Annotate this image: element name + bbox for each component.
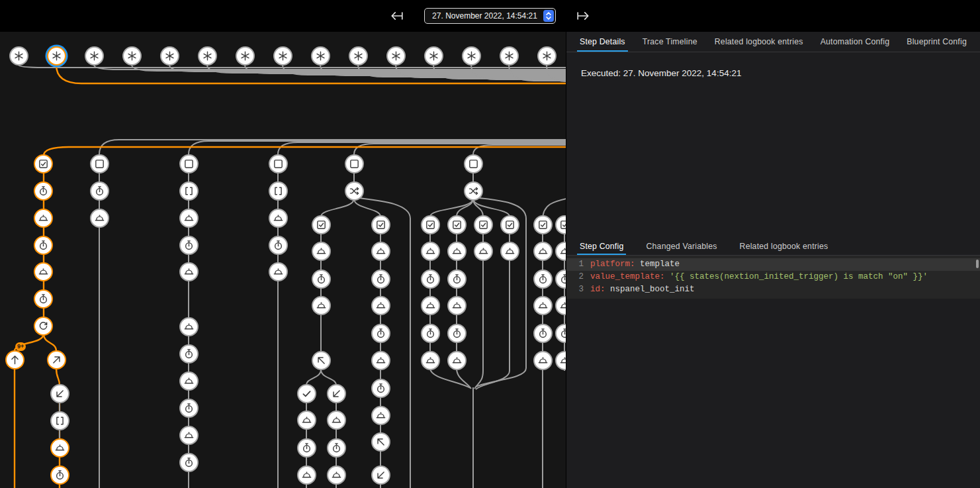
service-call-node[interactable] [371,242,390,261]
condition-pass-node[interactable] [297,384,316,403]
template-node[interactable] [179,181,199,201]
delay-node[interactable] [34,181,53,201]
delay-node[interactable] [179,236,199,255]
trigger-node[interactable] [537,46,557,66]
delay-node[interactable] [447,269,467,289]
tab-changed-variables[interactable]: Changed Variables [638,238,725,255]
service-call-node[interactable] [371,406,390,425]
condition-node[interactable] [474,215,493,234]
trigger-node[interactable] [386,46,406,66]
template-node[interactable] [269,181,288,201]
service-call-node[interactable] [421,242,440,261]
service-call-node[interactable] [312,242,331,261]
service-call-node[interactable] [447,296,467,315]
delay-node[interactable] [371,379,390,398]
condition-node[interactable] [34,154,53,173]
delay-node[interactable] [371,269,390,289]
previous-trace-button[interactable] [387,7,407,24]
delay-node[interactable] [533,269,553,289]
choose-node[interactable] [464,181,483,201]
branch-arrow-node[interactable] [371,432,390,452]
condition-node[interactable] [269,154,288,173]
trigger-node[interactable] [122,46,142,66]
delay-node[interactable] [327,438,346,458]
service-call-node[interactable] [34,262,53,281]
condition-node[interactable] [90,154,109,173]
trigger-node[interactable] [311,46,330,66]
service-call-node[interactable] [297,465,316,485]
service-call-node[interactable] [327,411,346,430]
branch-arrow-node[interactable] [312,351,331,370]
trigger-node[interactable] [160,46,179,66]
trigger-node[interactable] [462,46,481,66]
service-call-node[interactable] [179,371,199,391]
service-call-node[interactable] [179,317,199,336]
service-call-node[interactable] [179,262,199,281]
service-call-node[interactable] [90,209,109,228]
trigger-node[interactable] [198,46,217,66]
trigger-node[interactable] [500,46,519,66]
delay-node[interactable] [50,465,69,485]
service-call-node[interactable] [297,411,316,430]
tab-step-details[interactable]: Step Details [572,32,633,52]
condition-node[interactable] [500,215,519,234]
tab-trace-timeline[interactable]: Trace Timeline [635,32,705,52]
tab-step-config[interactable]: Step Config [572,238,631,255]
branch-arrow-node[interactable] [327,384,346,403]
condition-node[interactable] [533,215,553,234]
tab-automation-config[interactable]: Automation Config [813,32,898,52]
service-call-node[interactable] [269,209,288,228]
choose-node[interactable] [345,181,364,201]
service-call-node[interactable] [447,242,467,261]
service-call-node[interactable] [500,242,519,261]
tab-blueprint-config[interactable]: Blueprint Config [899,32,975,52]
condition-node[interactable] [371,215,390,234]
condition-node[interactable] [421,215,440,234]
condition-node[interactable] [345,154,364,173]
service-call-node[interactable] [312,296,331,315]
delay-node[interactable] [179,453,199,472]
tab-related-logbook-entries[interactable]: Related logbook entries [732,238,836,255]
delay-node[interactable] [179,399,199,418]
step-config-code[interactable]: 1platform: template2value_template: '{{ … [566,256,980,299]
tab-related-logbook-entries[interactable]: Related logbook entries [707,32,811,52]
delay-node[interactable] [447,324,467,343]
trigger-node[interactable] [273,46,292,66]
delay-node[interactable] [297,438,316,458]
branch-arrow-node[interactable] [50,384,69,403]
service-call-node[interactable] [533,351,553,370]
next-trace-button[interactable] [573,7,593,24]
service-call-node[interactable] [371,296,390,315]
code-scrollbar[interactable] [976,260,979,268]
service-call-node[interactable] [371,351,390,370]
condition-node[interactable] [312,215,331,234]
branch-arrow-node[interactable] [47,350,66,369]
delay-node[interactable] [421,269,440,289]
trigger-node[interactable] [85,46,104,66]
service-call-node[interactable] [269,262,288,281]
repeat-node[interactable] [34,317,53,336]
service-call-node[interactable] [533,242,553,261]
service-call-node[interactable] [421,351,440,370]
delay-node[interactable] [533,324,553,343]
service-call-node[interactable] [327,465,346,485]
delay-node[interactable] [90,181,109,201]
service-call-node[interactable] [421,296,440,315]
branch-arrow-node[interactable] [371,465,390,485]
trigger-node[interactable] [349,46,368,66]
service-call-node[interactable] [533,296,553,315]
delay-node[interactable] [179,344,199,364]
condition-node[interactable] [464,154,483,173]
delay-node[interactable] [34,289,53,309]
trigger-node[interactable] [236,46,255,66]
trigger-node[interactable] [9,46,28,66]
service-call-node[interactable] [179,426,199,445]
trace-date-select[interactable]: 27. November 2022, 14:54:21 [424,8,556,24]
trigger-node[interactable] [47,46,66,66]
delay-node[interactable] [269,236,288,255]
delay-node[interactable] [34,236,53,255]
service-call-node[interactable] [34,209,53,228]
trigger-node[interactable] [424,46,443,66]
service-call-node[interactable] [447,351,467,370]
service-call-node[interactable] [179,209,199,228]
